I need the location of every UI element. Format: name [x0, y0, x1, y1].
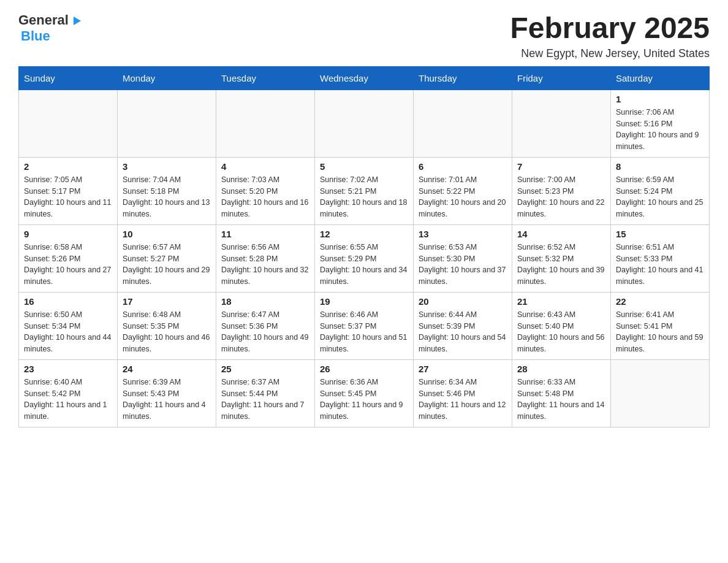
day-info: Sunrise: 7:06 AMSunset: 5:16 PMDaylight:… — [616, 107, 704, 153]
day-info: Sunrise: 6:59 AMSunset: 5:24 PMDaylight:… — [616, 174, 704, 220]
day-info: Sunrise: 6:33 AMSunset: 5:48 PMDaylight:… — [517, 377, 605, 423]
table-row: 26Sunrise: 6:36 AMSunset: 5:45 PMDayligh… — [315, 359, 414, 427]
table-row — [118, 90, 216, 157]
day-info: Sunrise: 6:37 AMSunset: 5:44 PMDaylight:… — [221, 377, 309, 423]
day-info: Sunrise: 7:05 AMSunset: 5:17 PMDaylight:… — [24, 174, 112, 220]
day-number: 3 — [123, 161, 211, 172]
table-row: 27Sunrise: 6:34 AMSunset: 5:46 PMDayligh… — [414, 359, 512, 427]
calendar-week-row: 2Sunrise: 7:05 AMSunset: 5:17 PMDaylight… — [19, 157, 710, 224]
day-number: 14 — [517, 229, 605, 239]
table-row: 7Sunrise: 7:00 AMSunset: 5:23 PMDaylight… — [512, 157, 611, 224]
day-number: 11 — [221, 229, 309, 239]
logo-triangle-icon — [70, 14, 83, 28]
day-info: Sunrise: 6:41 AMSunset: 5:41 PMDaylight:… — [616, 309, 704, 355]
calendar-week-row: 1Sunrise: 7:06 AMSunset: 5:16 PMDaylight… — [19, 90, 710, 157]
table-row — [414, 90, 512, 157]
day-info: Sunrise: 6:51 AMSunset: 5:33 PMDaylight:… — [616, 242, 704, 288]
day-number: 19 — [320, 296, 408, 307]
table-row: 19Sunrise: 6:46 AMSunset: 5:37 PMDayligh… — [315, 292, 414, 359]
table-row: 13Sunrise: 6:53 AMSunset: 5:30 PMDayligh… — [414, 224, 512, 292]
table-row: 23Sunrise: 6:40 AMSunset: 5:42 PMDayligh… — [19, 359, 118, 427]
col-wednesday: Wednesday — [315, 66, 414, 90]
day-number: 20 — [419, 296, 507, 307]
logo: General Blue — [18, 12, 83, 44]
table-row: 15Sunrise: 6:51 AMSunset: 5:33 PMDayligh… — [611, 224, 710, 292]
calendar-week-row: 9Sunrise: 6:58 AMSunset: 5:26 PMDaylight… — [19, 224, 710, 292]
calendar-table: Sunday Monday Tuesday Wednesday Thursday… — [18, 66, 710, 427]
page-header: General Blue February 2025 New Egypt, Ne… — [18, 12, 710, 60]
day-number: 28 — [517, 364, 605, 374]
day-info: Sunrise: 7:04 AMSunset: 5:18 PMDaylight:… — [123, 174, 211, 220]
table-row: 6Sunrise: 7:01 AMSunset: 5:22 PMDaylight… — [414, 157, 512, 224]
day-number: 23 — [24, 364, 112, 374]
day-number: 12 — [320, 229, 408, 239]
day-info: Sunrise: 6:55 AMSunset: 5:29 PMDaylight:… — [320, 242, 408, 288]
day-info: Sunrise: 6:53 AMSunset: 5:30 PMDaylight:… — [419, 242, 507, 288]
day-number: 15 — [616, 229, 704, 239]
day-number: 22 — [616, 296, 704, 307]
day-number: 17 — [123, 296, 211, 307]
day-number: 7 — [517, 161, 605, 172]
table-row: 12Sunrise: 6:55 AMSunset: 5:29 PMDayligh… — [315, 224, 414, 292]
table-row — [611, 359, 710, 427]
title-section: February 2025 New Egypt, New Jersey, Uni… — [510, 12, 710, 60]
day-info: Sunrise: 6:57 AMSunset: 5:27 PMDaylight:… — [123, 242, 211, 288]
day-info: Sunrise: 6:56 AMSunset: 5:28 PMDaylight:… — [221, 242, 309, 288]
day-number: 21 — [517, 296, 605, 307]
table-row: 28Sunrise: 6:33 AMSunset: 5:48 PMDayligh… — [512, 359, 611, 427]
day-info: Sunrise: 6:52 AMSunset: 5:32 PMDaylight:… — [517, 242, 605, 288]
day-number: 2 — [24, 161, 112, 172]
day-info: Sunrise: 7:02 AMSunset: 5:21 PMDaylight:… — [320, 174, 408, 220]
day-info: Sunrise: 6:43 AMSunset: 5:40 PMDaylight:… — [517, 309, 605, 355]
table-row: 8Sunrise: 6:59 AMSunset: 5:24 PMDaylight… — [611, 157, 710, 224]
day-number: 1 — [616, 94, 704, 104]
day-info: Sunrise: 6:39 AMSunset: 5:43 PMDaylight:… — [123, 377, 211, 423]
calendar-week-row: 23Sunrise: 6:40 AMSunset: 5:42 PMDayligh… — [19, 359, 710, 427]
table-row: 4Sunrise: 7:03 AMSunset: 5:20 PMDaylight… — [216, 157, 315, 224]
table-row: 3Sunrise: 7:04 AMSunset: 5:18 PMDaylight… — [118, 157, 216, 224]
day-info: Sunrise: 6:48 AMSunset: 5:35 PMDaylight:… — [123, 309, 211, 355]
day-info: Sunrise: 7:00 AMSunset: 5:23 PMDaylight:… — [517, 174, 605, 220]
day-number: 5 — [320, 161, 408, 172]
day-info: Sunrise: 7:01 AMSunset: 5:22 PMDaylight:… — [419, 174, 507, 220]
day-info: Sunrise: 6:36 AMSunset: 5:45 PMDaylight:… — [320, 377, 408, 423]
day-info: Sunrise: 6:47 AMSunset: 5:36 PMDaylight:… — [221, 309, 309, 355]
day-info: Sunrise: 6:58 AMSunset: 5:26 PMDaylight:… — [24, 242, 112, 288]
day-info: Sunrise: 6:34 AMSunset: 5:46 PMDaylight:… — [419, 377, 507, 423]
table-row — [315, 90, 414, 157]
day-number: 24 — [123, 364, 211, 374]
table-row: 24Sunrise: 6:39 AMSunset: 5:43 PMDayligh… — [118, 359, 216, 427]
svg-marker-0 — [74, 17, 81, 25]
day-number: 4 — [221, 161, 309, 172]
day-number: 9 — [24, 229, 112, 239]
table-row: 5Sunrise: 7:02 AMSunset: 5:21 PMDaylight… — [315, 157, 414, 224]
day-number: 25 — [221, 364, 309, 374]
col-tuesday: Tuesday — [216, 66, 315, 90]
table-row: 11Sunrise: 6:56 AMSunset: 5:28 PMDayligh… — [216, 224, 315, 292]
table-row — [19, 90, 118, 157]
table-row: 25Sunrise: 6:37 AMSunset: 5:44 PMDayligh… — [216, 359, 315, 427]
table-row: 14Sunrise: 6:52 AMSunset: 5:32 PMDayligh… — [512, 224, 611, 292]
location-text: New Egypt, New Jersey, United States — [510, 47, 710, 60]
day-info: Sunrise: 6:44 AMSunset: 5:39 PMDaylight:… — [419, 309, 507, 355]
table-row: 18Sunrise: 6:47 AMSunset: 5:36 PMDayligh… — [216, 292, 315, 359]
day-number: 8 — [616, 161, 704, 172]
table-row: 1Sunrise: 7:06 AMSunset: 5:16 PMDaylight… — [611, 90, 710, 157]
table-row: 9Sunrise: 6:58 AMSunset: 5:26 PMDaylight… — [19, 224, 118, 292]
day-info: Sunrise: 6:50 AMSunset: 5:34 PMDaylight:… — [24, 309, 112, 355]
day-number: 6 — [419, 161, 507, 172]
day-info: Sunrise: 6:40 AMSunset: 5:42 PMDaylight:… — [24, 377, 112, 423]
logo-general-text: General — [18, 12, 69, 28]
day-number: 27 — [419, 364, 507, 374]
table-row: 22Sunrise: 6:41 AMSunset: 5:41 PMDayligh… — [611, 292, 710, 359]
table-row: 16Sunrise: 6:50 AMSunset: 5:34 PMDayligh… — [19, 292, 118, 359]
table-row — [512, 90, 611, 157]
day-info: Sunrise: 6:46 AMSunset: 5:37 PMDaylight:… — [320, 309, 408, 355]
col-monday: Monday — [118, 66, 216, 90]
month-title: February 2025 — [510, 12, 710, 45]
day-number: 26 — [320, 364, 408, 374]
day-info: Sunrise: 7:03 AMSunset: 5:20 PMDaylight:… — [221, 174, 309, 220]
day-number: 18 — [221, 296, 309, 307]
col-friday: Friday — [512, 66, 611, 90]
table-row — [216, 90, 315, 157]
